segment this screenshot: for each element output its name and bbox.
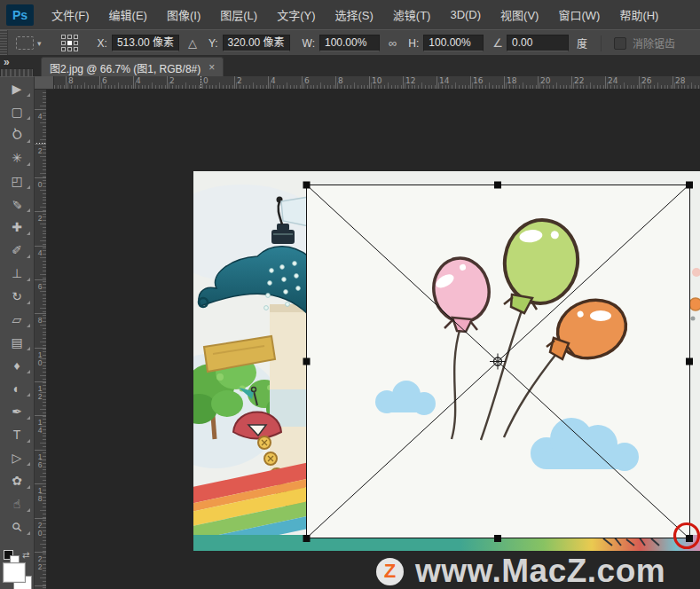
options-bar: ▾ X: 513.00 像素 △ Y: 320.00 像素 W: 100.00%… bbox=[0, 29, 700, 57]
custom-shape-tool[interactable]: ✿ bbox=[0, 469, 34, 492]
move-tool[interactable]: ▶ bbox=[0, 77, 34, 100]
menu-filter[interactable]: 滤镜(T) bbox=[383, 0, 441, 29]
watermark-text: www.MacZ.com bbox=[415, 553, 665, 589]
tool-icon: ✐ bbox=[12, 244, 22, 256]
tool-icon: ♦ bbox=[13, 359, 20, 372]
rectangular-marquee-tool[interactable]: ▢ bbox=[0, 100, 34, 123]
transform-handle-bottom-middle bbox=[494, 535, 501, 542]
tool-icon: T bbox=[13, 428, 21, 441]
transform-tool-icon bbox=[16, 36, 34, 50]
magic-wand-tool[interactable]: ✳ bbox=[0, 146, 34, 169]
clone-stamp-tool[interactable]: ⊥ bbox=[0, 262, 34, 285]
x-label: X: bbox=[98, 37, 107, 50]
antialias-checkbox[interactable] bbox=[614, 37, 626, 50]
menu-bar: Ps 文件(F)编辑(E)图像(I)图层(L)文字(Y)选择(S)滤镜(T)3D… bbox=[0, 0, 700, 30]
photoshop-window: Ps 文件(F)编辑(E)图像(I)图层(L)文字(Y)选择(S)滤镜(T)3D… bbox=[0, 0, 700, 589]
tool-icon: ☝ bbox=[13, 498, 21, 510]
menu-3d[interactable]: 3D(D) bbox=[440, 0, 491, 29]
tool-icon: ◐ bbox=[13, 382, 20, 395]
transform-handle-bottom-left bbox=[303, 535, 311, 542]
hand-tool[interactable]: ☝ bbox=[0, 492, 34, 515]
tool-icon: ◰ bbox=[11, 175, 22, 187]
transform-handle-top-left bbox=[303, 182, 311, 189]
pen-tool[interactable]: ✒ bbox=[0, 400, 34, 423]
tool-preset-picker[interactable]: ▾ bbox=[16, 36, 42, 50]
height-scale-field[interactable]: 100.00% bbox=[423, 35, 484, 51]
x-position-field[interactable]: 513.00 像素 bbox=[112, 35, 179, 51]
ruler-position-marker bbox=[34, 143, 46, 144]
h-label: H: bbox=[408, 37, 419, 50]
zoom-tool[interactable]: ⚲ bbox=[0, 515, 34, 538]
tab-bar: » 图2.jpg @ 66.7% (图1, RGB/8#) × bbox=[0, 55, 700, 76]
reference-point-center bbox=[67, 41, 72, 45]
tools-panel: ▶ ▢ Ϙ ✳ ◰ ✎ ✚ ✐ ⊥ ↻ bbox=[0, 76, 35, 589]
type-tool[interactable]: T bbox=[0, 423, 34, 446]
eraser-tool[interactable]: ▱ bbox=[0, 308, 34, 331]
eyedropper-tool[interactable]: ✎ bbox=[0, 192, 34, 216]
tool-icon: Ϙ bbox=[10, 128, 23, 143]
document-tab-title: 图2.jpg @ 66.7% (图1, RGB/8#) bbox=[50, 60, 201, 75]
reference-point-locator[interactable] bbox=[61, 35, 78, 51]
brush-tool[interactable]: ✐ bbox=[0, 239, 34, 262]
menu-image[interactable]: 图像(I) bbox=[157, 0, 210, 29]
relative-positioning-icon[interactable]: △ bbox=[188, 36, 197, 50]
menu-help[interactable]: 帮助(H) bbox=[610, 0, 668, 29]
options-bar-grip bbox=[0, 30, 8, 56]
w-label: W: bbox=[303, 37, 315, 50]
rotation-angle-field[interactable]: 0.00 bbox=[507, 35, 569, 51]
horizontal-ruler[interactable]: 86420246810121416182022242628 bbox=[34, 76, 700, 90]
menu-file[interactable]: 文件(F) bbox=[42, 0, 99, 29]
close-icon[interactable]: × bbox=[208, 62, 215, 73]
tool-icon: ✳ bbox=[12, 152, 22, 164]
transform-handle-middle-right bbox=[686, 358, 693, 365]
menu-view[interactable]: 视图(V) bbox=[491, 0, 548, 29]
tool-icon: ✚ bbox=[12, 221, 22, 233]
menu-edit[interactable]: 编辑(E) bbox=[99, 0, 157, 29]
document-tab[interactable]: 图2.jpg @ 66.7% (图1, RGB/8#) × bbox=[41, 57, 224, 77]
spot-healing-brush-tool[interactable]: ✚ bbox=[0, 216, 34, 239]
transform-handle-bottom-right bbox=[686, 535, 693, 542]
width-scale-field[interactable]: 100.00% bbox=[319, 35, 380, 51]
menu-window[interactable]: 窗口(W) bbox=[548, 0, 610, 29]
transform-handle-middle-left bbox=[303, 358, 311, 365]
tool-icon: ⚲ bbox=[9, 519, 24, 534]
dodge-tool[interactable]: ◐ bbox=[0, 377, 34, 400]
y-label: Y: bbox=[208, 37, 218, 50]
tool-icon: ↻ bbox=[12, 290, 22, 302]
tool-icon: ⊥ bbox=[12, 267, 22, 279]
tool-icon: ▶ bbox=[12, 82, 22, 95]
tool-icon: ▱ bbox=[12, 313, 22, 326]
tool-icon: ▷ bbox=[12, 452, 22, 464]
tool-icon: ▢ bbox=[11, 106, 22, 118]
transform-handle-top-middle bbox=[494, 182, 501, 189]
menu-layer[interactable]: 图层(L) bbox=[210, 0, 267, 29]
watermark: Z www.MacZ.com bbox=[376, 554, 665, 589]
canvas-area[interactable]: Z www.MacZ.com bbox=[35, 76, 700, 589]
direct-selection-tool[interactable]: ▷ bbox=[0, 446, 34, 469]
chevron-down-icon: ▾ bbox=[37, 39, 42, 48]
antialias-label: 消除锯齿 bbox=[633, 35, 675, 51]
transform-handle-top-right bbox=[686, 182, 693, 189]
gradient-tool[interactable]: ▤ bbox=[0, 331, 34, 354]
foreground-color-swatch[interactable] bbox=[3, 562, 26, 583]
vertical-ruler[interactable]: 42024681012141618202224 bbox=[34, 89, 47, 589]
separator bbox=[601, 35, 602, 51]
crop-tool[interactable]: ◰ bbox=[0, 169, 34, 192]
document-canvas[interactable] bbox=[193, 171, 700, 551]
history-brush-tool[interactable]: ↻ bbox=[0, 285, 34, 308]
ruler-zero-marker bbox=[201, 76, 201, 89]
link-dimensions-icon[interactable]: ∞ bbox=[389, 36, 397, 50]
menu-select[interactable]: 选择(S) bbox=[325, 0, 382, 29]
tool-icon: ▤ bbox=[11, 336, 22, 349]
blur-tool[interactable]: ♦ bbox=[0, 354, 34, 377]
ruler-origin-corner[interactable] bbox=[34, 76, 54, 90]
degree-label: 度 bbox=[577, 35, 587, 51]
tool-icon: ✒ bbox=[12, 405, 22, 418]
menu-type[interactable]: 文字(Y) bbox=[267, 0, 325, 29]
lasso-tool[interactable]: Ϙ bbox=[0, 123, 34, 146]
y-position-field[interactable]: 320.00 像素 bbox=[223, 35, 290, 51]
swap-colors-icon[interactable]: ⇄ bbox=[22, 550, 29, 560]
color-swatches bbox=[3, 562, 33, 589]
panel-expand-icon[interactable]: » bbox=[4, 56, 10, 68]
menu-items: 文件(F)编辑(E)图像(I)图层(L)文字(Y)选择(S)滤镜(T)3D(D)… bbox=[42, 0, 668, 29]
